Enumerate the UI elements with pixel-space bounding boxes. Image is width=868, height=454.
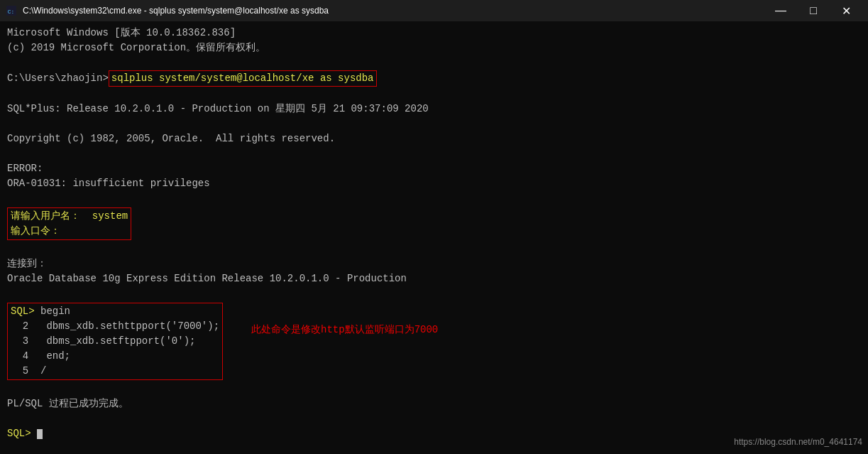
title-bar-left: C: C:\Windows\system32\cmd.exe - sqlplus… — [6, 5, 329, 16]
sql-line-begin: SQL> begin — [11, 304, 219, 319]
line-sql-prompt-final: SQL> — [7, 426, 861, 441]
line-blank1 — [7, 55, 861, 70]
line-blank9 — [7, 411, 861, 426]
line-blank3 — [7, 117, 861, 131]
sql-section-row: SQL> begin 2 dbms_xdb.sethttpport('7000'… — [7, 301, 861, 382]
terminal: Microsoft Windows [版本 10.0.18362.836] (c… — [0, 21, 868, 454]
line-blank7 — [7, 286, 861, 301]
cursor — [37, 429, 43, 439]
line-connected-label: 连接到： — [7, 256, 861, 271]
sqlplus-command-text: sqlplus system/system@localhost/xe as sy… — [111, 72, 374, 84]
login-section: 请输入用户名： system 输入口令： — [7, 207, 131, 240]
cmd-icon: C: — [6, 5, 17, 16]
title-bar-controls: — □ ✕ — [764, 0, 862, 21]
line-oracle-edition: Oracle Database 10g Express Edition Rele… — [7, 271, 861, 286]
sql-line-5: 5 / — [11, 364, 219, 379]
sql-block: SQL> begin 2 dbms_xdb.sethttpport('7000'… — [7, 303, 223, 380]
sqlplus-command-box: sqlplus system/system@localhost/xe as sy… — [109, 70, 377, 87]
line-error-label: ERROR: — [7, 161, 861, 176]
line-copyright: Copyright (c) 1982, 2005, Oracle. All ri… — [7, 131, 861, 146]
line-copyright-ms: (c) 2019 Microsoft Corporation。保留所有权利。 — [7, 40, 861, 55]
line-password: 输入口令： — [11, 224, 128, 239]
line-blank5 — [7, 191, 861, 206]
title-bar: C: C:\Windows\system32\cmd.exe - sqlplus… — [0, 0, 868, 21]
line-blank6 — [7, 242, 861, 256]
title-bar-title: C:\Windows\system32\cmd.exe - sqlplus sy… — [23, 6, 329, 16]
sql-line-2: 2 dbms_xdb.sethttpport('7000'); — [11, 319, 219, 334]
line-sqlplus-release: SQL*Plus: Release 10.2.0.1.0 - Productio… — [7, 102, 861, 117]
line-username: 请输入用户名： system — [11, 209, 128, 224]
sql-line-3: 3 dbms_xdb.setftpport('0'); — [11, 334, 219, 349]
line-blank4 — [7, 146, 861, 161]
line-blank2 — [7, 87, 861, 102]
line-blank8 — [7, 382, 861, 396]
line-plsql-success: PL/SQL 过程已成功完成。 — [7, 396, 861, 411]
svg-text:C:: C: — [8, 9, 14, 15]
line-windows-version: Microsoft Windows [版本 10.0.18362.836] — [7, 26, 861, 40]
line-sqlplus-cmd: C:\Users\zhaojin>sqlplus system/system@l… — [7, 70, 861, 87]
sql-annotation: 此处命令是修改http默认监听端口为7000 — [251, 323, 438, 337]
watermark: https://blog.csdn.net/m0_4641174 — [734, 436, 862, 448]
minimize-button[interactable]: — — [764, 0, 797, 21]
line-ora-error: ORA-01031: insufficient privileges — [7, 176, 861, 191]
maximize-button[interactable]: □ — [797, 0, 830, 21]
sql-line-4: 4 end; — [11, 349, 219, 364]
prompt-path: C:\Users\zhaojin> — [7, 72, 109, 84]
close-button[interactable]: ✕ — [830, 0, 862, 21]
